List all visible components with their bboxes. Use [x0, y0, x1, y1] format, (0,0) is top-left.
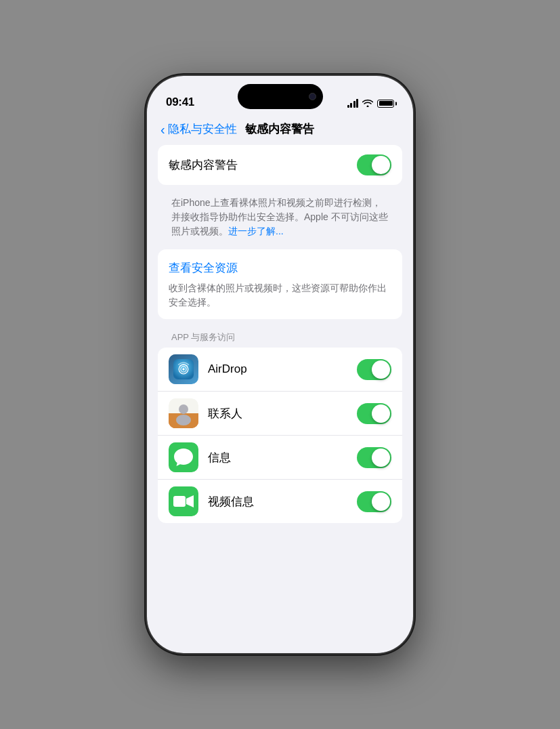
back-button[interactable]: ‹ 隐私与安全性 — [160, 121, 237, 137]
airdrop-toggle[interactable] — [357, 359, 391, 380]
toggle-knob — [372, 156, 390, 174]
status-time: 09:41 — [166, 96, 194, 109]
wifi-icon — [362, 98, 373, 109]
sensitive-content-label: 敏感内容警告 — [169, 157, 238, 173]
camera-dot — [309, 93, 316, 100]
list-item: 信息 — [158, 436, 402, 480]
list-item: 视频信息 — [158, 480, 402, 523]
facetime-icon — [169, 486, 198, 516]
messages-toggle[interactable] — [357, 447, 391, 468]
facetime-toggle[interactable] — [357, 491, 391, 512]
messages-icon — [169, 442, 198, 472]
phone-screen: 09:41 — [147, 76, 413, 653]
list-item: 联系人 — [158, 392, 402, 436]
svg-point-3 — [182, 368, 184, 370]
back-label: 隐私与安全性 — [168, 121, 237, 137]
resource-description: 收到含裸体的照片或视频时，这些资源可帮助你作出安全选择。 — [169, 281, 391, 310]
learn-more-link[interactable]: 进一步了解... — [228, 226, 284, 236]
nav-bar: ‹ 隐私与安全性 敏感内容警告 — [147, 116, 413, 145]
main-toggle-card: 敏感内容警告 — [158, 145, 402, 185]
signal-icon — [347, 99, 359, 108]
airdrop-label: AirDrop — [208, 362, 357, 376]
messages-label: 信息 — [208, 450, 357, 465]
sensitive-content-toggle-row: 敏感内容警告 — [158, 145, 402, 185]
content: 敏感内容警告 在iPhone上查看裸体照片和视频之前即进行检测，并接收指导协助作… — [147, 145, 413, 543]
app-list-card: AirDrop — [158, 348, 402, 523]
svg-point-7 — [179, 404, 188, 414]
contacts-icon — [169, 398, 198, 428]
resource-card: 查看安全资源 收到含裸体的照片或视频时，这些资源可帮助你作出安全选择。 — [158, 249, 402, 319]
svg-point-8 — [176, 415, 191, 425]
airdrop-icon — [169, 354, 198, 384]
contacts-label: 联系人 — [208, 406, 357, 421]
battery-icon — [377, 100, 394, 108]
contacts-toggle[interactable] — [357, 403, 391, 424]
back-arrow-icon: ‹ — [160, 123, 165, 136]
main-description: 在iPhone上查看裸体照片和视频之前即进行检测，并接收指导协助作出安全选择。A… — [158, 192, 402, 249]
dynamic-island — [238, 84, 323, 109]
toggle-knob — [372, 360, 390, 379]
toggle-knob — [372, 449, 390, 467]
sensitive-content-toggle[interactable] — [357, 154, 391, 175]
phone-frame: 09:41 — [147, 76, 413, 653]
app-section-label: APP 与服务访问 — [158, 326, 402, 348]
bottom-space — [158, 523, 402, 543]
list-item: AirDrop — [158, 348, 402, 392]
facetime-label: 视频信息 — [208, 494, 357, 509]
page-title: 敏感内容警告 — [245, 121, 314, 137]
resource-title[interactable]: 查看安全资源 — [169, 260, 391, 276]
svg-rect-9 — [173, 496, 186, 507]
status-icons — [347, 98, 395, 109]
toggle-knob — [372, 493, 390, 511]
toggle-knob — [372, 404, 390, 423]
